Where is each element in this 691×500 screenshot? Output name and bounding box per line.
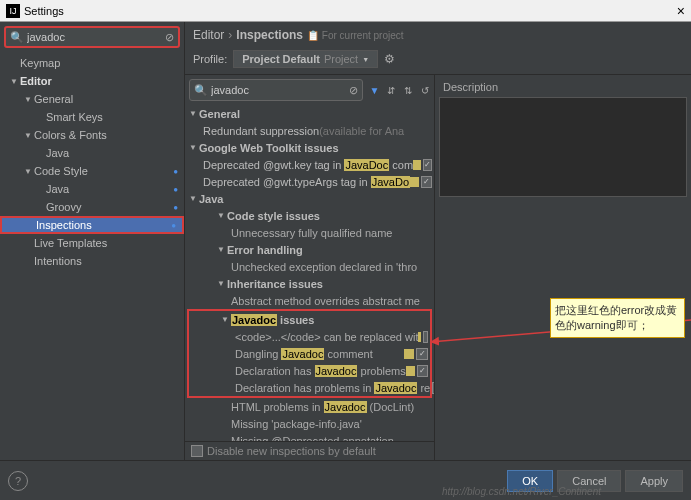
breadcrumb-b: Inspections xyxy=(236,28,303,42)
inspection-row[interactable]: Unnecessary fully qualified name xyxy=(185,224,434,241)
breadcrumb-a: Editor xyxy=(193,28,224,42)
sidebar-item-intentions[interactable]: Intentions xyxy=(0,252,184,270)
inspection-row[interactable]: ▼Code style issues xyxy=(185,207,434,224)
inspection-row[interactable]: ▼General xyxy=(185,105,434,122)
inspections-tree: ▼GeneralRedundant suppression (available… xyxy=(185,105,434,441)
inspection-search-input[interactable] xyxy=(211,84,349,96)
collapse-icon[interactable]: ⇅ xyxy=(401,82,416,98)
sidebar-search[interactable]: 🔍 ⊘ xyxy=(4,26,180,48)
settings-sidebar: 🔍 ⊘ Keymap▼Editor▼GeneralSmart Keys▼Colo… xyxy=(0,22,185,460)
sidebar-item-editor[interactable]: ▼Editor xyxy=(0,72,184,90)
checkbox[interactable] xyxy=(191,445,203,457)
checkbox[interactable]: ✓ xyxy=(432,382,434,394)
sidebar-item-general[interactable]: ▼General xyxy=(0,90,184,108)
gear-icon[interactable]: ⚙ xyxy=(384,52,395,66)
search-icon: 🔍 xyxy=(194,84,208,97)
profile-dropdown[interactable]: Project Default Project ▼ xyxy=(233,50,378,68)
reset-icon[interactable]: ↺ xyxy=(417,82,432,98)
inspection-row[interactable]: HTML problems in Javadoc (DocLint) xyxy=(185,398,434,415)
expand-icon[interactable]: ⇵ xyxy=(384,82,399,98)
inspection-row[interactable]: Dangling Javadoc comment✓ xyxy=(189,345,430,362)
inspection-row[interactable]: Abstract method overrides abstract me xyxy=(185,292,434,309)
watermark: http://blog.csdn.net/River_Continent xyxy=(442,486,601,497)
clear-icon[interactable]: ⊘ xyxy=(165,31,174,44)
checkbox[interactable]: ✓ xyxy=(421,176,432,188)
inspections-toolbar: 🔍 ⊘ ▼ ⇵ ⇅ ↺ xyxy=(185,75,434,105)
sidebar-search-input[interactable] xyxy=(27,31,165,43)
sidebar-item-keymap[interactable]: Keymap xyxy=(0,54,184,72)
help-icon[interactable]: ? xyxy=(8,471,28,491)
inspection-row[interactable]: ▼Google Web Toolkit issues xyxy=(185,139,434,156)
sidebar-item-code-style[interactable]: ▼Code Style● xyxy=(0,162,184,180)
sidebar-item-inspections[interactable]: Inspections● xyxy=(0,216,184,234)
sidebar-item-java[interactable]: Java● xyxy=(0,180,184,198)
search-icon: 🔍 xyxy=(10,31,24,44)
inspection-row[interactable]: Redundant suppression (available for Ana xyxy=(185,122,434,139)
description-box xyxy=(439,97,687,197)
inspection-row[interactable]: ▼Error handling xyxy=(185,241,434,258)
sidebar-tree: Keymap▼Editor▼GeneralSmart Keys▼Colors &… xyxy=(0,52,184,272)
inspection-search[interactable]: 🔍 ⊘ xyxy=(189,79,363,101)
sidebar-item-live-templates[interactable]: Live Templates xyxy=(0,234,184,252)
annotation-callout: 把这里红色的error改成黄色的warning即可； xyxy=(550,298,685,338)
inspection-row[interactable]: ▼Javadoc issues xyxy=(189,311,430,328)
inspection-row[interactable]: ▼Inheritance issues xyxy=(185,275,434,292)
profile-label: Profile: xyxy=(193,53,227,65)
profile-row: Profile: Project Default Project ▼ ⚙ xyxy=(185,48,691,74)
inspection-row[interactable]: Missing @Deprecated annotation xyxy=(185,432,434,441)
description-panel: Description xyxy=(435,75,691,460)
breadcrumb: Editor › Inspections 📋 For current proje… xyxy=(185,22,691,48)
inspection-row[interactable]: Declaration has Javadoc problems✓ xyxy=(189,362,430,379)
sidebar-item-colors-fonts[interactable]: ▼Colors & Fonts xyxy=(0,126,184,144)
clear-icon[interactable]: ⊘ xyxy=(349,84,358,97)
sidebar-item-groovy[interactable]: Groovy● xyxy=(0,198,184,216)
close-icon[interactable]: × xyxy=(677,3,685,19)
sidebar-item-java[interactable]: Java xyxy=(0,144,184,162)
app-icon: IJ xyxy=(6,4,20,18)
content-panel: Editor › Inspections 📋 For current proje… xyxy=(185,22,691,460)
breadcrumb-context: 📋 For current project xyxy=(307,30,403,41)
disable-new-inspections[interactable]: Disable new inspections by default xyxy=(185,441,434,460)
checkbox[interactable]: ✓ xyxy=(417,365,428,377)
inspection-row[interactable]: Declaration has problems in Javadoc re✓ xyxy=(189,379,430,396)
checkbox[interactable]: ✓ xyxy=(423,159,432,171)
chevron-down-icon: ▼ xyxy=(362,56,369,63)
filter-icon[interactable]: ▼ xyxy=(367,82,382,98)
description-label: Description xyxy=(439,79,687,95)
inspection-row[interactable]: <code>...</code> can be replaced wit xyxy=(189,328,430,345)
inspection-row[interactable]: ▼Java xyxy=(185,190,434,207)
sidebar-item-smart-keys[interactable]: Smart Keys xyxy=(0,108,184,126)
breadcrumb-sep: › xyxy=(228,28,232,42)
window-title: Settings xyxy=(24,5,64,17)
window-titlebar: IJ Settings × xyxy=(0,0,691,22)
inspections-panel: 🔍 ⊘ ▼ ⇵ ⇅ ↺ ▼GeneralRedundant suppressio… xyxy=(185,75,435,460)
inspection-row[interactable]: Unchecked exception declared in 'thro xyxy=(185,258,434,275)
javadoc-issues-group: ▼Javadoc issues<code>...</code> can be r… xyxy=(187,309,432,398)
inspection-row[interactable]: Missing 'package-info.java' xyxy=(185,415,434,432)
inspection-row[interactable]: Deprecated @gwt.typeArgs tag in JavaDo✓ xyxy=(185,173,434,190)
inspection-row[interactable]: Deprecated @gwt.key tag in JavaDoc com✓ xyxy=(185,156,434,173)
apply-button[interactable]: Apply xyxy=(625,470,683,492)
